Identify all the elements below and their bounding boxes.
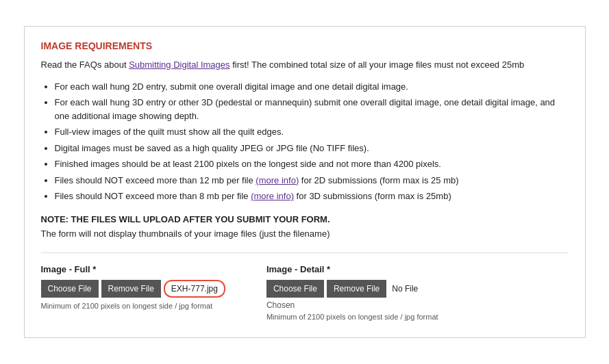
more-info-3d-link[interactable]: (more info) [251,191,294,201]
upload-detail-section: Image - Detail * Choose File Remove File… [266,264,438,321]
list-item: Digital images must be saved as a high q… [55,142,569,155]
list-item: For each wall hung 3D entry or other 3D … [55,96,569,122]
note-line2: The form will not display thumbnails of … [41,229,569,239]
submitting-digital-images-link[interactable]: Submitting Digital Images [129,60,229,70]
remove-file-full-button[interactable]: Remove File [101,280,161,298]
list-item: Full-view images of the quilt must show … [55,125,569,139]
remove-file-detail-button[interactable]: Remove File [327,280,386,298]
upload-full-hint: Minimum of 2100 pixels on longest side /… [41,302,225,310]
intro-before-link: Read the FAQs about [41,60,129,70]
bullet-text-3d: Files should NOT exceed more than 8 mb p… [55,191,251,201]
divider [41,252,569,253]
note-line1: NOTE: THE FILES WILL UPLOAD AFTER YOU SU… [41,213,569,226]
bullet-rest-2d: for 2D submissions (form max is 25 mb) [299,175,458,185]
upload-detail-label: Image - Detail * [266,264,438,274]
bullet-text-2d: Files should NOT exceed more than 12 mb … [55,175,256,185]
intro-text: Read the FAQs about Submitting Digital I… [41,58,569,72]
upload-full-label: Image - Full * [41,264,225,274]
list-item: For each wall hung 2D entry, submit one … [55,80,569,94]
list-item-3d: Files should NOT exceed more than 8 mb p… [55,190,569,203]
upload-full-section: Image - Full * Choose File Remove File E… [41,264,225,310]
choose-file-full-button[interactable]: Choose File [41,280,99,298]
list-item: Finished images should be at least 2100 … [55,157,569,171]
upload-row: Image - Full * Choose File Remove File E… [41,264,569,321]
requirements-list: For each wall hung 2D entry, submit one … [55,80,569,203]
list-item-2d: Files should NOT exceed more than 12 mb … [55,174,569,187]
choose-file-detail-button[interactable]: Choose File [266,280,324,298]
full-filename: EXH-777.jpg [164,280,225,298]
intro-after-link: first! The combined total size of all yo… [230,60,525,70]
upload-detail-hint: Minimum of 2100 pixels on longest side /… [266,313,438,321]
upload-detail-controls: Choose File Remove File No File [266,280,438,298]
detail-chosen: Chosen [266,300,438,310]
main-container: IMAGE REQUIREMENTS Read the FAQs about S… [24,26,586,338]
detail-no-file: No File [392,284,418,294]
section-title: IMAGE REQUIREMENTS [41,40,569,51]
more-info-2d-link[interactable]: (more info) [256,175,299,185]
bullet-rest-3d: for 3D submissions (form max is 25mb) [294,191,451,201]
upload-full-controls: Choose File Remove File EXH-777.jpg [41,280,225,298]
